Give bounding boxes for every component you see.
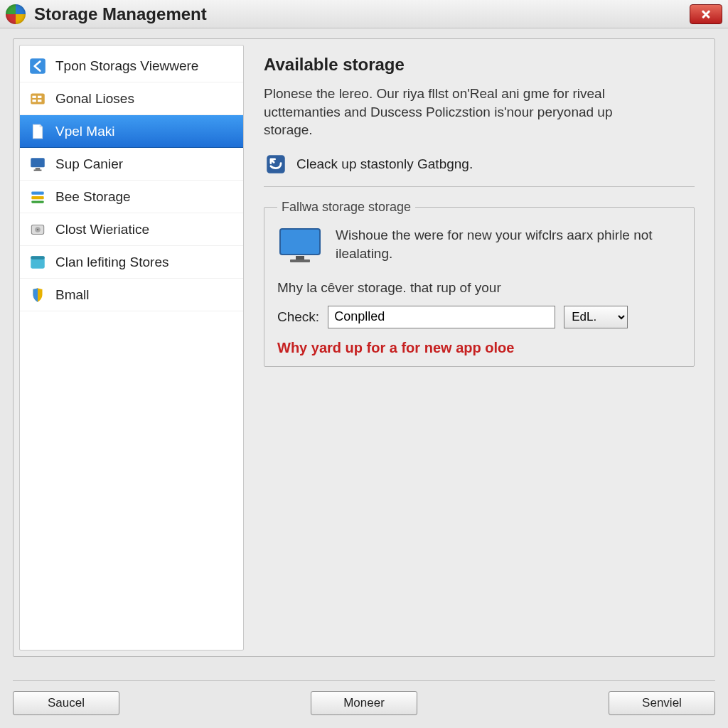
svg-rect-10 [31,196,43,198]
sidebar-item-label: Vpel Maki [55,124,114,139]
group-legend: Fallwa storage storage [277,200,415,215]
content-description: Plonese the lereo. Our riya fllst on'Rea… [264,85,662,139]
sidebar-item-bmall[interactable]: Bmall [20,279,243,311]
svg-rect-6 [31,158,45,167]
check-row: Check: EdL. [277,306,681,328]
svg-rect-11 [31,200,43,203]
sidebar-item-gonal-lioses[interactable]: Gonal Lioses [20,82,243,115]
svg-rect-7 [36,168,41,169]
drive-icon [28,220,47,239]
back-arrow-icon [28,57,47,75]
monitor-icon [277,226,323,264]
cancel-button[interactable]: Saucel [13,691,119,715]
svg-rect-17 [267,155,285,173]
svg-rect-9 [31,191,43,194]
svg-rect-16 [31,256,45,259]
svg-rect-0 [30,58,46,74]
sidebar-item-sup-canier[interactable]: Sup Canier [20,148,243,181]
svg-rect-8 [34,169,42,171]
stack-icon [28,188,47,206]
cleanup-icon [264,152,288,176]
svg-rect-2 [32,95,36,97]
window-icon [28,253,47,272]
cleanup-label: Cleack up stastonly Gatbgng. [296,156,473,172]
svg-rect-18 [280,229,320,255]
check-input[interactable] [328,306,555,328]
sidebar-item-vpel-maki[interactable]: Vpel Maki [20,115,243,148]
sidebar: Tpon Storags Viewwere Gonal Lioses Vpel … [19,45,244,651]
app-icon [6,4,26,24]
sidebar-item-label: Clost Wieriatice [55,222,149,237]
sidebar-item-label: Tpon Storags Viewwere [55,58,198,74]
sidebar-item-label: Clan lefiting Stores [55,255,168,270]
svg-rect-3 [38,95,41,97]
warning-text: Why yard up for a for new app oloe [277,340,681,356]
close-button[interactable] [690,4,722,24]
window-root: Storage Management Tpon Storags Viewwere… [0,0,728,728]
sidebar-item-label: Gonal Lioses [55,91,134,107]
sidebar-item-label: Bmall [55,287,90,303]
content-panel: Available storage Plonese the lereo. Our… [244,39,714,656]
cleanup-action[interactable]: Cleack up stastonly Gatbgng. [264,152,695,176]
folder-grid-icon [28,90,47,108]
sidebar-item-clan-lefiting[interactable]: Clan lefiting Stores [20,246,243,279]
group-subtext: Mhy la cêver storage. that rup of your [277,280,681,296]
sidebar-item-label: Bee Storage [55,189,131,205]
check-dropdown[interactable]: EdL. [564,306,628,328]
sidebar-item-tpon-storags[interactable]: Tpon Storags Viewwere [20,50,243,82]
monitor-row: Wishoue the were for new your wifclrs aa… [277,226,681,264]
footer: Saucel Moneer Senviel [13,680,715,715]
sidebar-item-clost-wieriatice[interactable]: Clost Wieriatice [20,213,243,246]
svg-rect-4 [32,100,36,102]
storage-group: Fallwa storage storage Wishoue the were … [264,200,695,367]
client-area: Tpon Storags Viewwere Gonal Lioses Vpel … [13,38,715,657]
svg-rect-20 [296,256,304,259]
senviel-button[interactable]: Senviel [609,691,715,715]
check-label: Check: [277,309,319,325]
svg-rect-21 [290,259,310,262]
sidebar-item-label: Sup Canier [55,156,123,172]
titlebar: Storage Management [0,0,728,28]
document-icon [28,122,47,141]
shield-icon [28,286,47,304]
svg-rect-5 [38,100,41,102]
content-heading: Available storage [264,55,695,75]
monitor-small-icon [28,155,47,173]
sidebar-item-bee-storage[interactable]: Bee Storage [20,181,243,213]
separator [264,186,695,187]
window-title: Storage Management [34,4,690,24]
svg-rect-1 [31,93,45,104]
svg-point-14 [37,228,38,230]
monitor-text: Wishoue the were for new your wifclrs aa… [336,226,681,262]
moneer-button[interactable]: Moneer [311,691,417,715]
